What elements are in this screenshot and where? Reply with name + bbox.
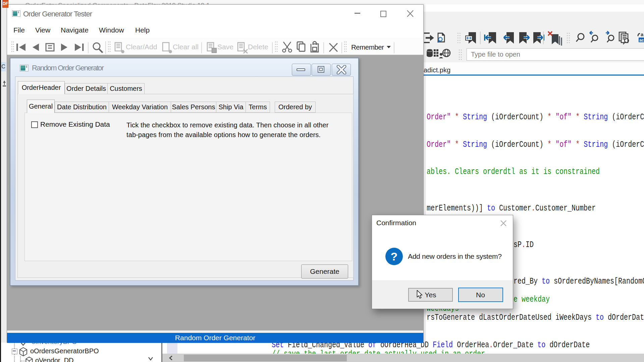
svg-text:ac: ac [639,38,644,43]
svg-text:a: a [641,32,644,37]
